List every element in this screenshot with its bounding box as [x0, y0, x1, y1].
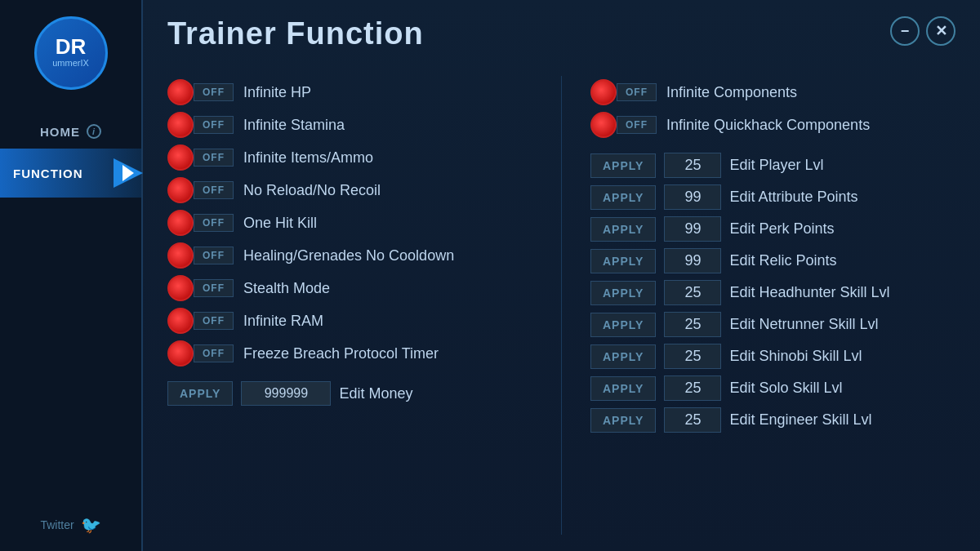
function-name-infinite-quickhack: Infinite Quickhack Components [666, 117, 870, 134]
function-name-infinite-stamina: Infinite Stamina [243, 117, 345, 134]
toggle-circle-no-reload [167, 177, 194, 203]
toggle-label-infinite-ram: OFF [194, 312, 234, 330]
toggle-row-freeze-breach: OFF Freeze Breach Protocol Timer [167, 337, 532, 370]
toggle-circle-infinite-quickhack [590, 112, 617, 138]
page-title: Trainer Function [167, 16, 424, 51]
apply-money-button[interactable]: APPLY [167, 381, 233, 406]
apply-row-0: APPLY Edit Player Lvl [590, 149, 956, 181]
money-field-label: Edit Money [339, 385, 412, 402]
function-name-stealth: Stealth Mode [243, 280, 330, 297]
toggle-row-healing: OFF Healing/Grenades No Cooldown [167, 239, 532, 272]
value-input-7[interactable] [664, 375, 721, 401]
apply-row-6: APPLY Edit Shinobi Skill Lvl [590, 340, 956, 372]
toggle-label-healing: OFF [194, 247, 234, 264]
value-input-8[interactable] [664, 407, 721, 433]
toggle-circle-freeze-breach [167, 340, 194, 367]
toggle-label-infinite-components: OFF [617, 83, 657, 101]
right-toggles: OFF Infinite Components OFF Infinite Qui… [590, 76, 956, 141]
field-name-5: Edit Netrunner Skill Lvl [729, 316, 878, 333]
toggle-circle-infinite-ram [167, 308, 194, 334]
apply-row-7: APPLY Edit Solo Skill Lvl [590, 372, 956, 404]
left-column: OFF Infinite HP OFF Infinite Stamina OFF… [167, 76, 532, 535]
window-controls: − ✕ [890, 16, 956, 46]
toggle-btn-infinite-components[interactable]: OFF [590, 79, 657, 105]
left-toggles: OFF Infinite HP OFF Infinite Stamina OFF… [167, 76, 532, 370]
toggle-btn-infinite-stamina[interactable]: OFF [167, 112, 234, 138]
value-input-3[interactable] [664, 248, 721, 273]
value-input-2[interactable] [664, 216, 721, 242]
toggle-row-infinite-components: OFF Infinite Components [590, 76, 956, 109]
apply-row-1: APPLY Edit Attribute Points [590, 181, 956, 213]
avatar-initials: DR [56, 36, 87, 57]
toggle-row-infinite-items: OFF Infinite Items/Ammo [167, 141, 532, 174]
avatar-sub: ummerIX [52, 57, 89, 69]
function-name-infinite-hp: Infinite HP [243, 84, 311, 101]
apply-btn-1[interactable]: APPLY [590, 185, 656, 210]
apply-row-2: APPLY Edit Perk Points [590, 213, 956, 245]
function-name-one-hit: One Hit Kill [243, 215, 317, 232]
toggle-row-one-hit: OFF One Hit Kill [167, 207, 532, 239]
sidebar-item-function[interactable]: FUNCTION [0, 149, 141, 198]
apply-btn-3[interactable]: APPLY [590, 249, 656, 273]
avatar: DR ummerIX [34, 16, 108, 90]
toggle-row-infinite-quickhack: OFF Infinite Quickhack Components [590, 109, 956, 141]
twitter-section[interactable]: Twitter 🐦 [40, 515, 100, 535]
toggle-btn-infinite-ram[interactable]: OFF [167, 308, 234, 334]
toggle-row-stealth: OFF Stealth Mode [167, 272, 532, 304]
value-input-6[interactable] [664, 344, 721, 369]
value-input-0[interactable] [664, 153, 721, 178]
toggle-circle-infinite-hp [167, 79, 194, 105]
minimize-button[interactable]: − [890, 16, 920, 46]
apply-row-5: APPLY Edit Netrunner Skill Lvl [590, 309, 956, 340]
toggle-btn-healing[interactable]: OFF [167, 242, 234, 269]
money-input[interactable] [241, 381, 331, 406]
field-name-4: Edit Headhunter Skill Lvl [729, 284, 889, 301]
value-input-5[interactable] [664, 312, 721, 337]
toggle-btn-no-reload[interactable]: OFF [167, 177, 234, 203]
toggle-label-infinite-quickhack: OFF [617, 116, 657, 134]
apply-btn-0[interactable]: APPLY [590, 153, 656, 178]
toggle-row-infinite-ram: OFF Infinite RAM [167, 304, 532, 337]
value-input-1[interactable] [664, 184, 721, 210]
apply-btn-5[interactable]: APPLY [590, 313, 656, 337]
right-column: OFF Infinite Components OFF Infinite Qui… [590, 76, 956, 535]
field-name-2: Edit Perk Points [729, 220, 834, 238]
edit-money-row: APPLY Edit Money [167, 378, 532, 409]
main-content: Trainer Function − ✕ OFF Infinite HP OFF… [143, 0, 980, 551]
apply-btn-4[interactable]: APPLY [590, 281, 656, 305]
toggle-row-infinite-hp: OFF Infinite HP [167, 76, 532, 109]
apply-btn-2[interactable]: APPLY [590, 217, 656, 242]
value-input-4[interactable] [664, 280, 721, 305]
apply-btn-7[interactable]: APPLY [590, 376, 656, 401]
toggle-btn-infinite-items[interactable]: OFF [167, 144, 234, 171]
toggle-btn-infinite-quickhack[interactable]: OFF [590, 112, 657, 138]
apply-btn-6[interactable]: APPLY [590, 344, 656, 369]
toggle-circle-infinite-items [167, 144, 194, 171]
close-button[interactable]: ✕ [926, 16, 956, 46]
toggle-label-one-hit: OFF [194, 214, 234, 232]
toggle-row-infinite-stamina: OFF Infinite Stamina [167, 109, 532, 141]
toggle-circle-healing [167, 242, 194, 269]
toggle-circle-one-hit [167, 210, 194, 236]
toggle-btn-freeze-breach[interactable]: OFF [167, 340, 234, 367]
twitter-label: Twitter [40, 518, 74, 531]
arrow-shape [122, 165, 134, 181]
apply-btn-8[interactable]: APPLY [590, 408, 656, 433]
toggle-circle-stealth [167, 275, 194, 301]
toggle-btn-stealth[interactable]: OFF [167, 275, 234, 301]
function-name-freeze-breach: Freeze Breach Protocol Timer [243, 345, 439, 362]
toggle-row-no-reload: OFF No Reload/No Recoil [167, 174, 532, 207]
field-name-3: Edit Relic Points [729, 252, 836, 269]
field-name-6: Edit Shinobi Skill Lvl [729, 348, 862, 365]
sidebar-nav: HOME i FUNCTION [0, 114, 141, 198]
toggle-label-infinite-items: OFF [194, 149, 234, 167]
sidebar-item-home[interactable]: HOME i [0, 114, 141, 149]
toggle-btn-infinite-hp[interactable]: OFF [167, 79, 234, 105]
function-name-healing: Healing/Grenades No Cooldown [243, 247, 454, 264]
toggle-label-infinite-hp: OFF [194, 83, 234, 101]
info-icon[interactable]: i [87, 124, 101, 139]
column-divider [561, 76, 562, 535]
content-grid: OFF Infinite HP OFF Infinite Stamina OFF… [167, 76, 956, 535]
apply-row-8: APPLY Edit Engineer Skill Lvl [590, 404, 956, 436]
toggle-btn-one-hit[interactable]: OFF [167, 210, 234, 236]
